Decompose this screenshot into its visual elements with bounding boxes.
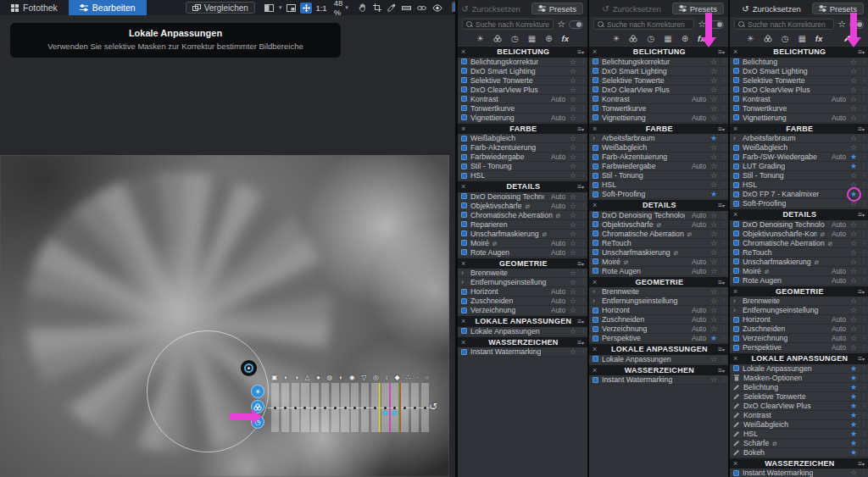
row-menu-icon[interactable]: ⋮ [721, 325, 726, 332]
favorite-star-icon[interactable]: ☆ [569, 76, 577, 85]
row-menu-icon[interactable]: ⋮ [581, 288, 585, 295]
equalizer-channel-icon[interactable]: ↓ [385, 374, 388, 381]
expand-chevron-icon[interactable]: › [461, 280, 467, 286]
palette-row[interactable]: DxO Smart Lighting☆⋮ [589, 67, 728, 76]
favorite-star-icon[interactable]: ☆ [569, 192, 577, 201]
enable-checkbox[interactable] [733, 58, 739, 64]
palette-row[interactable]: DxO ClearView Plus★⋮ [730, 402, 868, 411]
palette-row[interactable]: DxO ClearView Plus☆⋮ [730, 86, 868, 95]
row-menu-icon[interactable]: ⋮ [861, 325, 865, 332]
enable-checkbox[interactable] [593, 173, 598, 179]
row-menu-icon[interactable]: ⋮ [721, 181, 726, 188]
favorite-star-icon[interactable]: ☆ [569, 230, 577, 238]
palette-row[interactable]: DxO ClearView Plus☆⋮ [589, 86, 728, 95]
section-menu-icon[interactable]: ≡▾ [718, 366, 725, 374]
enable-checkbox[interactable] [461, 86, 467, 92]
enable-checkbox[interactable] [461, 230, 467, 236]
favorites-filter-icon[interactable]: ☆ [557, 19, 565, 30]
enable-checkbox[interactable] [461, 212, 467, 218]
favorite-star-icon[interactable]: ☆ [709, 162, 718, 170]
grid-icon[interactable]: ▦ [528, 34, 536, 43]
palette-row[interactable]: Tonwertkurve☆⋮ [730, 104, 868, 114]
favorite-star-icon[interactable]: ☆ [709, 287, 718, 296]
control-point[interactable] [241, 360, 257, 376]
crop-tool-icon[interactable] [373, 3, 381, 12]
palette-row[interactable]: ZuschneidenAuto☆⋮ [589, 315, 728, 324]
row-menu-icon[interactable]: ⋮ [721, 240, 726, 247]
favorite-star-icon[interactable]: ★ [849, 411, 858, 419]
enable-checkbox[interactable] [461, 136, 467, 141]
equalizer-slider-bar[interactable] [411, 383, 419, 432]
palette-row[interactable]: ›Brennweite☆⋮ [730, 297, 868, 306]
section-menu-icon[interactable]: ≡▾ [858, 125, 865, 133]
palette-row[interactable]: Tonwertkurve☆⋮ [589, 104, 728, 114]
section-menu-icon[interactable]: ≡▾ [718, 47, 725, 56]
image-canvas[interactable]: Lokale Anpassungen Verwenden Sie selekti… [0, 15, 455, 477]
favorite-star-icon[interactable]: ★ [849, 383, 858, 391]
palette-row[interactable]: VerzeichnungAuto☆⋮ [458, 306, 587, 315]
sun-icon[interactable]: ☀ [613, 34, 620, 43]
favorite-star-icon[interactable]: ☆ [569, 278, 577, 286]
row-menu-icon[interactable]: ⋮ [861, 77, 865, 84]
enable-checkbox[interactable] [593, 145, 598, 151]
enable-checkbox[interactable] [733, 164, 739, 169]
favorite-star-icon[interactable]: ★ [849, 420, 858, 429]
corrections-toggle[interactable] [569, 20, 583, 29]
row-menu-icon[interactable]: ⋮ [721, 105, 726, 112]
favorite-star-icon[interactable]: ☆ [569, 143, 577, 152]
palette-row[interactable]: Stil - Tonung☆⋮ [458, 162, 587, 171]
row-menu-icon[interactable]: ⋮ [581, 297, 585, 304]
palette-row[interactable]: DxO Denoising TechnologiesAuto☆⋮ [589, 211, 728, 220]
palette-row[interactable]: DxO Smart Lighting☆⋮ [730, 67, 868, 76]
palette-row[interactable]: Belichtungskorrektur☆⋮ [458, 58, 587, 67]
row-menu-icon[interactable]: ⋮ [861, 114, 865, 121]
close-icon[interactable]: × [733, 354, 742, 363]
palette-row[interactable]: Unscharfmaskierung⌀☆⋮ [589, 248, 728, 258]
palette-row[interactable]: Rote AugenAuto☆⋮ [730, 276, 868, 286]
row-menu-icon[interactable]: ⋮ [581, 135, 585, 141]
row-menu-icon[interactable]: ⋮ [721, 268, 726, 275]
favorite-star-icon[interactable]: ☆ [849, 230, 858, 238]
row-menu-icon[interactable]: ⋮ [861, 105, 865, 112]
row-menu-icon[interactable]: ⋮ [861, 440, 865, 446]
equalizer-slider-bar[interactable] [391, 383, 398, 432]
equalizer-slider-bar[interactable] [271, 383, 279, 432]
equalizer-channel-icon[interactable]: ◎ [373, 374, 379, 381]
row-menu-icon[interactable]: ⋮ [861, 412, 865, 419]
enable-checkbox[interactable] [593, 221, 598, 227]
row-menu-icon[interactable]: ⋮ [861, 393, 865, 400]
enable-checkbox[interactable] [593, 230, 598, 236]
equalizer-channel-icon[interactable]: ∴ [406, 374, 410, 381]
favorite-star-icon[interactable]: ☆ [849, 95, 858, 103]
favorite-star-icon[interactable]: ★ [849, 392, 858, 401]
row-menu-icon[interactable]: ⋮ [581, 249, 585, 256]
enable-checkbox[interactable] [733, 326, 739, 332]
enable-checkbox[interactable] [733, 77, 739, 83]
palette-row[interactable]: VignettierungAuto☆⋮ [458, 114, 587, 123]
enable-checkbox[interactable] [733, 68, 739, 74]
sun-category-button[interactable]: ☀ [251, 385, 264, 398]
enable-checkbox[interactable] [593, 212, 598, 218]
equalizer-channel-icon[interactable]: △ [304, 374, 309, 381]
colors-icon[interactable] [493, 35, 502, 42]
row-menu-icon[interactable]: ⋮ [581, 202, 585, 209]
equalizer-channel-icon[interactable]: ∙ [417, 374, 419, 381]
favorite-star-icon[interactable]: ☆ [569, 67, 577, 75]
favorite-star-icon[interactable]: ☆ [569, 134, 577, 142]
row-menu-icon[interactable]: ⋮ [581, 193, 585, 200]
favorite-star-icon[interactable]: ☆ [569, 202, 577, 210]
colors-icon[interactable] [764, 35, 772, 42]
favorite-star-icon[interactable]: ★ [849, 162, 858, 170]
palette-row[interactable]: KontrastAuto☆⋮ [458, 95, 587, 104]
enable-checkbox[interactable] [733, 96, 739, 102]
enable-checkbox[interactable] [461, 68, 467, 74]
row-menu-icon[interactable]: ⋮ [861, 221, 865, 228]
row-menu-icon[interactable]: ⋮ [861, 449, 865, 456]
enable-checkbox[interactable] [593, 258, 598, 264]
enable-checkbox[interactable] [593, 326, 598, 332]
zoom-1to1-button[interactable]: 1:1 [315, 3, 326, 13]
favorite-star-icon[interactable]: ☆ [709, 220, 718, 229]
row-menu-icon[interactable]: ⋮ [861, 153, 865, 160]
favorite-star-icon[interactable]: ☆ [849, 220, 858, 229]
enable-checkbox[interactable] [461, 114, 467, 120]
